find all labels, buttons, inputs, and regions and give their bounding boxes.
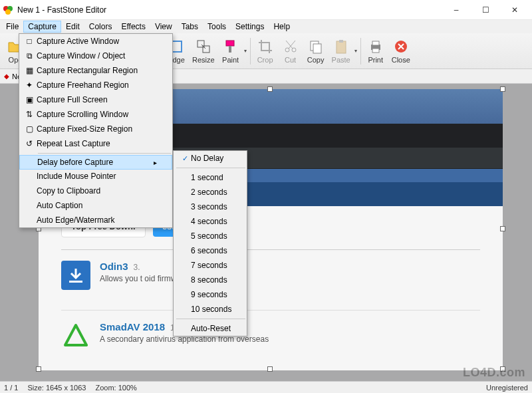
delay-menu-item[interactable]: 8 seconds — [174, 273, 247, 287]
selection-handle[interactable] — [267, 366, 273, 372]
capture-menu-item[interactable]: Auto Edge/Watermark — [19, 213, 172, 227]
close-button[interactable]: Close — [388, 35, 414, 67]
maximize-button[interactable]: ☐ — [471, 1, 500, 19]
menu-item-label: 7 seconds — [191, 261, 227, 270]
tool-label: Copy — [307, 56, 325, 64]
status-bar: 1 / 1 Size: 1645 x 1063 Zoom: 100% Unreg… — [0, 381, 532, 393]
capture-menu-item[interactable]: □Capture Active Window — [19, 34, 172, 49]
svg-rect-21 — [339, 40, 343, 43]
capture-menu-item[interactable]: Delay before Capture▸ — [19, 155, 172, 170]
menu-separator — [38, 153, 171, 154]
menu-effects[interactable]: Effects — [116, 21, 150, 33]
menu-item-label: Copy to Clipboard — [37, 186, 100, 196]
menu-item-label: 2 seconds — [191, 188, 227, 197]
delay-menu-item[interactable]: 1 second — [174, 170, 247, 185]
delay-menu-item[interactable]: 3 seconds — [174, 199, 247, 214]
menu-colors[interactable]: Colors — [84, 21, 117, 33]
capture-menu-item[interactable]: ✦Capture Freehand Region — [19, 78, 172, 92]
delay-menu-item[interactable]: 9 seconds — [174, 287, 247, 302]
minimize-button[interactable]: – — [442, 1, 471, 19]
menu-view[interactable]: View — [150, 21, 177, 33]
svg-rect-15 — [229, 46, 231, 53]
delay-menu-item[interactable]: 10 seconds — [174, 302, 247, 317]
check-icon: ✓ — [179, 154, 191, 163]
menu-item-label: Capture Rectangular Region — [37, 66, 138, 75]
paint-dropdown[interactable]: ▾ — [243, 35, 248, 67]
fullscreen-icon: ▣ — [22, 95, 37, 104]
selection-handle[interactable] — [36, 366, 41, 372]
tool-label: Close — [392, 56, 410, 64]
freehand-icon: ✦ — [22, 80, 37, 90]
svg-rect-24 — [372, 49, 379, 53]
status-registration: Unregistered — [486, 384, 528, 392]
rect-icon: ▦ — [22, 66, 37, 75]
selection-handle[interactable] — [500, 226, 505, 231]
menu-settings[interactable]: Settings — [231, 21, 269, 33]
menu-item-label: Repeat Last Capture — [37, 139, 110, 148]
window-icon: □ — [22, 37, 37, 46]
menu-edit[interactable]: Edit — [61, 21, 84, 33]
capture-menu-item[interactable]: ▦Capture Rectangular Region — [19, 63, 172, 78]
menu-item-label: 8 seconds — [191, 275, 227, 285]
paste-dropdown[interactable]: ▾ — [354, 35, 358, 67]
resize-icon — [196, 39, 211, 55]
delay-menu-item[interactable]: 7 seconds — [174, 258, 247, 273]
delay-menu-item[interactable]: 6 seconds — [174, 243, 247, 258]
paste-icon — [333, 39, 349, 55]
window-title: New 1 - FastStone Editor — [17, 5, 442, 15]
item-title: SmadAV 2018 — [100, 321, 165, 332]
menu-item-label: Capture Fixed-Size Region — [37, 124, 132, 134]
tool-label: Print — [368, 56, 383, 64]
list-item[interactable]: Odin33.Allows you t oid firmware without… — [61, 249, 480, 301]
capture-menu-item[interactable]: Copy to Clipboard — [19, 184, 172, 198]
svg-rect-23 — [372, 41, 379, 45]
menu-item-label: Auto-Reset — [191, 324, 231, 333]
status-zoom: Zoom: 100% — [95, 384, 136, 392]
close-window-button[interactable]: ✕ — [500, 1, 529, 19]
cut-icon — [283, 39, 299, 55]
svg-rect-27 — [69, 281, 82, 283]
app-icon — [61, 261, 90, 290]
list-item[interactable]: SmadAV 201812.2.0A secondary antivirus a… — [61, 310, 480, 361]
menu-separator — [176, 168, 245, 168]
page-body: Top Free Downl est Updates Odin33.Allows… — [39, 206, 503, 370]
delay-menu-item[interactable]: 5 seconds — [174, 229, 247, 243]
menu-file[interactable]: File — [1, 21, 23, 33]
menu-help[interactable]: Help — [269, 21, 295, 33]
menu-tools[interactable]: Tools — [203, 21, 231, 33]
paint-button[interactable]: Paint — [218, 35, 243, 67]
toolbar-separator — [250, 38, 251, 65]
menu-item-label: 10 seconds — [191, 305, 231, 314]
tool-label: Paint — [222, 56, 239, 64]
menu-capture[interactable]: Capture — [23, 21, 61, 33]
menu-separator — [176, 319, 245, 319]
menu-item-label: Capture Active Window — [37, 37, 119, 46]
repeat-icon: ↺ — [22, 139, 37, 148]
menu-item-label: 6 seconds — [191, 246, 227, 255]
paste-button: Paste — [329, 35, 354, 67]
delay-menu-item[interactable]: 4 seconds — [174, 214, 247, 229]
menu-item-label: 9 seconds — [191, 290, 227, 299]
capture-menu-item[interactable]: Include Mouse Pointer — [19, 169, 172, 184]
capture-menu-item[interactable]: ⧉Capture Window / Object — [19, 49, 172, 63]
delay-menu-item[interactable]: Auto-Reset — [174, 321, 247, 336]
print-button[interactable]: Print — [363, 35, 388, 67]
status-size: Size: 1645 x 1063 — [27, 384, 86, 392]
capture-menu-item[interactable]: ▣Capture Full Screen — [19, 92, 172, 107]
menu-tabs[interactable]: Tabs — [177, 21, 203, 33]
capture-menu-item[interactable]: Auto Caption — [19, 198, 172, 213]
copy-button[interactable]: Copy — [303, 35, 329, 67]
titlebar: New 1 - FastStone Editor – ☐ ✕ — [0, 0, 532, 20]
delay-menu-item[interactable]: 2 seconds — [174, 185, 247, 199]
svg-rect-20 — [336, 41, 346, 53]
capture-menu-item[interactable]: ▢Capture Fixed-Size Region — [19, 122, 172, 136]
svg-rect-19 — [313, 44, 321, 53]
resize-button[interactable]: Resize — [189, 35, 218, 67]
delay-menu-item[interactable]: ✓No Delay — [174, 151, 247, 166]
capture-menu-item[interactable]: ↺Repeat Last Capture — [19, 136, 172, 151]
selection-handle[interactable] — [267, 86, 273, 92]
selection-handle[interactable] — [500, 86, 505, 92]
menu-item-label: Capture Window / Object — [37, 51, 125, 61]
app-icon — [61, 321, 90, 350]
capture-menu-item[interactable]: ⇅Capture Scrolling Window — [19, 107, 172, 122]
